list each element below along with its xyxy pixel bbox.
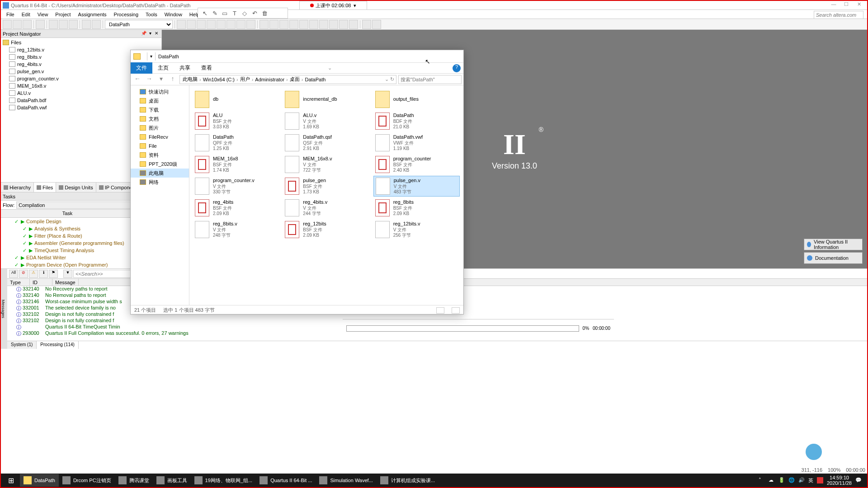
msg-filter-button[interactable]: ▼	[63, 270, 72, 278]
pin-icon[interactable]: 📌	[141, 31, 147, 37]
tool-p[interactable]	[349, 20, 358, 29]
taskbar-app[interactable]: 计算机组成实验课...	[377, 474, 439, 487]
tool-m[interactable]	[319, 20, 328, 29]
file-item[interactable]: ALU.vV 文件1.69 KB	[283, 111, 369, 131]
menu-file[interactable]: File	[3, 11, 18, 18]
sidebar-item[interactable]: 图片	[131, 123, 189, 132]
explorer-title-bar[interactable]: ▾ DataPath	[131, 50, 463, 63]
tab-hierarchy[interactable]: Hierarchy	[1, 183, 34, 192]
menu-tools[interactable]: Tools	[142, 11, 161, 18]
tab-design-units[interactable]: Design Units	[56, 183, 96, 192]
msg-error-button[interactable]: ⊘	[19, 270, 28, 278]
tool-i[interactable]	[279, 20, 288, 29]
documentation-button[interactable]: Documentation	[804, 252, 863, 264]
panel-close-icon[interactable]: ✕	[153, 31, 160, 37]
view-icons-button[interactable]	[452, 307, 460, 314]
tray-up-icon[interactable]: ˄	[759, 477, 765, 483]
msg-info-button[interactable]: ℹ	[39, 270, 48, 278]
new-button[interactable]	[3, 20, 12, 29]
explorer-search-input[interactable]	[398, 75, 462, 84]
ribbon-share[interactable]: 共享	[174, 62, 196, 74]
pencil-icon[interactable]: ✎	[211, 9, 219, 17]
sidebar-item[interactable]: 快速访问	[131, 87, 189, 96]
view-details-button[interactable]	[436, 307, 444, 314]
file-item[interactable]: pulse_gen.vV 文件483 字节	[373, 176, 460, 197]
float-bubble-icon[interactable]	[806, 444, 822, 460]
tray-battery-icon[interactable]: 🔋	[778, 477, 785, 483]
tool-l[interactable]	[309, 20, 318, 29]
msg-tab-processing[interactable]: Processing (114)	[37, 341, 79, 349]
sidebar-item[interactable]: 文档	[131, 114, 189, 123]
eraser-icon[interactable]: ◇	[241, 9, 249, 17]
tray-app-icon[interactable]	[817, 477, 823, 483]
cut-button[interactable]	[49, 20, 58, 29]
ribbon-home[interactable]: 主页	[152, 62, 174, 74]
menu-processing[interactable]: Processing	[110, 11, 142, 18]
stop-button[interactable]	[269, 20, 278, 29]
ime-indicator[interactable]: 英	[808, 477, 813, 484]
msg-extra-button[interactable]: ⚑	[49, 270, 58, 278]
file-item[interactable]: incremental_db	[283, 89, 369, 110]
tool-o[interactable]	[339, 20, 348, 29]
nav-recent-button[interactable]: ▾	[156, 75, 166, 84]
file-item[interactable]: output_files	[373, 89, 460, 110]
taskbar-app[interactable]: Quartus II 64-Bit ...	[256, 474, 316, 487]
search-altera-input[interactable]	[814, 11, 863, 19]
tray-cloud-icon[interactable]: ☁	[769, 477, 775, 483]
nav-up-button[interactable]: ↑	[168, 75, 178, 84]
help-icon[interactable]: ?	[453, 64, 461, 72]
sidebar-item[interactable]: File	[131, 141, 189, 150]
msg-tab-system[interactable]: System (1)	[7, 341, 37, 349]
taskbar-app[interactable]: 画板工具	[153, 474, 191, 487]
tool-n[interactable]	[329, 20, 338, 29]
file-item[interactable]: ALUBSF 文件3.03 KB	[193, 111, 279, 131]
paste-button[interactable]	[69, 20, 78, 29]
tool-q[interactable]	[362, 20, 371, 29]
tab-files[interactable]: Files	[34, 183, 56, 192]
file-item[interactable]: DataPathBDF 文件21.0 KB	[373, 111, 460, 131]
file-item[interactable]: DataPathQPF 文件1.25 KB	[193, 132, 279, 153]
taskbar-app[interactable]: DataPath	[20, 474, 59, 487]
menu-project[interactable]: Project	[52, 11, 74, 18]
msg-warning-button[interactable]: ⚠	[29, 270, 38, 278]
undo-button[interactable]	[82, 20, 91, 29]
explorer-file-grid[interactable]: dbincremental_dboutput_filesALUBSF 文件3.0…	[189, 85, 463, 305]
sidebar-item[interactable]: FileRecv	[131, 132, 189, 141]
file-item[interactable]: program_counterBSF 文件2.40 KB	[373, 154, 460, 175]
file-item[interactable]: reg_8bits.vV 文件248 字节	[193, 219, 279, 240]
copy-button[interactable]	[59, 20, 68, 29]
save-button[interactable]	[23, 20, 32, 29]
open-button[interactable]	[13, 20, 22, 29]
tree-root-files[interactable]: Files	[2, 39, 160, 46]
tool-j[interactable]	[289, 20, 298, 29]
tray-network-icon[interactable]: 🌐	[788, 477, 795, 483]
taskbar-app[interactable]: Drcom PC注销页	[59, 474, 115, 487]
trash-icon[interactable]: 🗑	[260, 9, 269, 17]
redo-button[interactable]	[92, 20, 101, 29]
file-item[interactable]: DataPath.qsfQSF 文件2.91 KB	[283, 132, 369, 153]
file-item[interactable]: reg_8bitsBSF 文件2.09 KB	[373, 197, 460, 218]
file-item[interactable]: reg_4bits.vV 文件244 字节	[283, 197, 369, 218]
tray-volume-icon[interactable]: 🔊	[798, 477, 805, 483]
compile-button[interactable]	[259, 20, 269, 29]
taskbar-app[interactable]: 19网络、物联网_组...	[191, 474, 256, 487]
panel-menu-icon[interactable]: ▾	[147, 31, 153, 37]
entity-select[interactable]: DataPath	[105, 20, 173, 29]
start-button[interactable]: ⊞	[3, 474, 19, 487]
tool-e[interactable]	[217, 20, 226, 29]
taskbar-app[interactable]: 腾讯课堂	[115, 474, 153, 487]
file-item[interactable]: program_counter.vV 文件330 字节	[193, 176, 279, 197]
file-item[interactable]: MEM_16x8.vV 文件722 字节	[283, 154, 369, 175]
sidebar-item[interactable]: 资料	[131, 150, 189, 160]
notifications-icon[interactable]: 💬	[855, 477, 862, 483]
sidebar-item[interactable]: 桌面	[131, 96, 189, 105]
pointer-icon[interactable]: ↖	[201, 9, 209, 17]
menu-edit[interactable]: Edit	[18, 11, 34, 18]
file-item[interactable]: DataPath.vwfVWF 文件1.19 KB	[373, 132, 460, 153]
undo-icon[interactable]: ↶	[250, 9, 259, 17]
text-icon[interactable]: T	[231, 9, 239, 17]
menu-view[interactable]: View	[34, 11, 52, 18]
breadcrumb[interactable]: 此电脑› Win10x64 (C:)› 用户› Administrator› 桌…	[179, 75, 396, 84]
view-info-button[interactable]: View Quartus II Information	[804, 239, 863, 250]
maximize-button[interactable]: ☐	[840, 1, 853, 9]
